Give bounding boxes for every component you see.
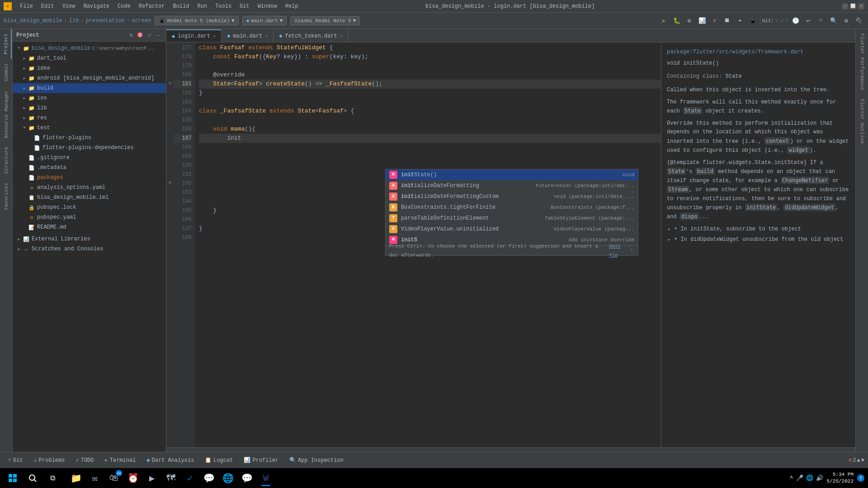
device-name-selector[interactable]: Xiaomi Redmi Note 5 ▼	[290, 16, 360, 25]
taskbar-app-discord[interactable]: 💬	[238, 469, 256, 487]
panel-expand[interactable]: ⤢	[145, 31, 153, 39]
taskbar-app-mail[interactable]: ✉	[86, 469, 104, 487]
settings-btn[interactable]: ⚙	[841, 15, 852, 26]
taskbar-app-media[interactable]: ▶	[143, 469, 161, 487]
taskbar-app-clock[interactable]: ⏰	[124, 469, 142, 487]
ac-item-boxconstraints[interactable]: B BoxConstraints.tightForFinite BoxConst…	[386, 202, 638, 213]
autocomplete-popup[interactable]: M initState() void A initializeDateForma…	[385, 169, 638, 256]
taskbar-task-view[interactable]: ⧉	[43, 469, 61, 487]
taskbar-time-date[interactable]: 5:34 PM 5/25/2022	[827, 471, 854, 485]
ac-item-parsetable[interactable]: T parseTableDefinitionElement TableStyle…	[386, 213, 638, 224]
notification-badge[interactable]: 2	[857, 474, 864, 482]
android-device[interactable]: 📱	[747, 15, 758, 26]
code-content[interactable]: class Fasfsaf extends StatefulWidget { c…	[195, 42, 661, 447]
git-branch[interactable]: ⑂	[816, 15, 826, 26]
taskbar-app-store[interactable]: 🛍 49	[105, 469, 123, 487]
stop-button[interactable]: ⏹	[722, 15, 733, 26]
menu-build[interactable]: Build	[169, 2, 193, 10]
maximize-button[interactable]: ⬜	[850, 3, 856, 9]
tree-analysis[interactable]: ⚙ analysis_options.yaml	[13, 183, 166, 192]
ac-item-initdateformat[interactable]: A initializeDateFormatting Future<void> …	[386, 180, 638, 191]
breadcrumb-project[interactable]: bisa_design_mobile	[4, 18, 62, 24]
tree-test[interactable]: ▼ 📁 test	[13, 123, 166, 133]
close-button[interactable]: ✕	[858, 3, 864, 9]
panel-close[interactable]: —	[154, 31, 162, 39]
taskbar-app-word[interactable]: W	[257, 469, 275, 487]
tree-ios[interactable]: ▶ 📁 ios	[13, 93, 166, 103]
file-selector[interactable]: ◆ main.dart ▼	[242, 16, 287, 25]
menu-git[interactable]: Git	[236, 2, 253, 10]
tree-scratches[interactable]: ▶ ✏ Scratches and Consoles	[13, 244, 166, 254]
coverage[interactable]: ☂	[735, 15, 745, 26]
tree-flutter-plugins-dep[interactable]: 📄 flutter-plugins-dependencies	[13, 143, 166, 153]
tree-readme[interactable]: 📝 README.md	[13, 222, 166, 232]
bottom-tab-app-inspection[interactable]: 🔍 App Inspection	[285, 455, 348, 465]
device-selector[interactable]: 📱 Redmi Note 5 (mobile) ▼	[155, 16, 238, 25]
tree-pubspec-lock[interactable]: 🔒 pubspec.lock	[13, 202, 166, 212]
tab-main-dart[interactable]: ◆ main.dart ✕	[222, 29, 274, 42]
tree-iml[interactable]: 📋 bisa_design_mobile.iml	[13, 192, 166, 202]
ac-item-initdateformatcustom[interactable]: A initializeDateFormattingCustom void (p…	[386, 191, 638, 202]
tray-network[interactable]: 🌐	[806, 474, 813, 482]
tab-structure[interactable]: Structure	[1, 142, 11, 178]
git-log[interactable]: 🕐	[790, 15, 801, 26]
tree-packages[interactable]: 📄 packages	[13, 173, 166, 183]
close-login-dart[interactable]: ✕	[213, 33, 216, 39]
tree-pubspec-yaml[interactable]: ⚙ pubspec.yaml	[13, 212, 166, 222]
bottom-tab-git[interactable]: ⑂ Git	[4, 455, 28, 465]
panel-settings[interactable]: ⚙	[127, 31, 135, 39]
panel-scroll-to[interactable]: 🎯	[136, 31, 144, 39]
plugins-btn[interactable]: 🔌	[854, 15, 864, 26]
tree-root[interactable]: ▼ 📁 bisa_design_mobile C:\Users\wahyu\ro…	[13, 43, 166, 53]
close-main-dart[interactable]: ✕	[265, 33, 268, 39]
tab-login-dart[interactable]: ◆ login.dart ✕	[166, 29, 222, 42]
tab-resource-manager[interactable]: Resource Manager	[1, 86, 11, 143]
tree-lib[interactable]: ▶ 📁 lib	[13, 103, 166, 113]
minimize-button[interactable]: —	[842, 3, 848, 9]
breadcrumb-screen[interactable]: screen	[132, 18, 151, 24]
tree-res[interactable]: ▶ 📁 res	[13, 113, 166, 123]
tab-flutter-performance[interactable]: Flutter Performance	[857, 29, 867, 94]
tray-arrow[interactable]: ^	[790, 475, 793, 482]
tab-commit[interactable]: Commit	[1, 59, 11, 86]
menu-view[interactable]: View	[59, 2, 79, 10]
taskbar-app-explorer[interactable]: 📁	[67, 469, 85, 487]
git-revert[interactable]: ↩	[803, 15, 814, 26]
ac-item-initstate[interactable]: M initState() void	[386, 169, 638, 180]
tray-mic[interactable]: 🎤	[796, 474, 803, 482]
menu-code[interactable]: Code	[114, 2, 134, 10]
tree-idea[interactable]: ▶ 📁 idea	[13, 63, 166, 73]
tree-android[interactable]: ▶ 📁 android [bisa_design_mobile_android]	[13, 73, 166, 83]
build-button[interactable]: ⚙	[684, 15, 695, 26]
tab-favorites[interactable]: Favorites	[1, 178, 11, 214]
taskbar-app-check[interactable]: ✓	[181, 469, 199, 487]
tray-volume[interactable]: 🔊	[816, 474, 823, 482]
menu-run[interactable]: Run	[193, 2, 211, 10]
taskbar-app-maps[interactable]: 🗺	[162, 469, 180, 487]
close-fetch-token[interactable]: ✕	[340, 33, 343, 39]
ac-more-options[interactable]: ⋮	[629, 246, 634, 255]
bottom-tab-terminal[interactable]: ▸ Terminal	[100, 455, 141, 465]
bottom-tab-dart-analysis[interactable]: ◆ Dart Analysis	[142, 455, 198, 465]
tree-external-libs[interactable]: ▶ 📊 External Libraries	[13, 234, 166, 244]
code-editor[interactable]: ⊙ ⊙	[166, 42, 661, 447]
taskbar-app-whatsapp[interactable]: 💬	[200, 469, 218, 487]
search-btn[interactable]: 🔍	[828, 15, 839, 26]
tab-project[interactable]: Project	[1, 29, 12, 59]
tree-flutter-plugins[interactable]: 📄 flutter-plugins	[13, 133, 166, 143]
ac-item-videoplayer[interactable]: V VideoPlayerValue.uninitialized VideoPl…	[386, 224, 638, 235]
next-tip-link[interactable]: Next Tip	[609, 242, 629, 260]
bottom-scrollbar[interactable]	[166, 447, 855, 452]
hot-reload[interactable]: ⚡	[709, 15, 720, 26]
tab-fetch-token[interactable]: ◆ fetch_token.dart ✕	[274, 29, 348, 42]
menu-edit[interactable]: Edit	[38, 2, 58, 10]
run-button[interactable]: ▶	[659, 15, 670, 26]
tab-flutter-outline[interactable]: Flutter Outline	[857, 94, 867, 148]
menu-help[interactable]: Help	[282, 2, 302, 10]
menu-refactor[interactable]: Refactor	[135, 2, 169, 10]
menu-tools[interactable]: Tools	[212, 2, 235, 10]
tree-dart-tool[interactable]: ▶ 📁 dart_tool	[13, 53, 166, 63]
tree-gitignore[interactable]: 📄 .gitignore	[13, 153, 166, 163]
bottom-tab-problems[interactable]: ⚠ Problems	[29, 455, 70, 465]
debug-button[interactable]: 🐛	[671, 15, 682, 26]
